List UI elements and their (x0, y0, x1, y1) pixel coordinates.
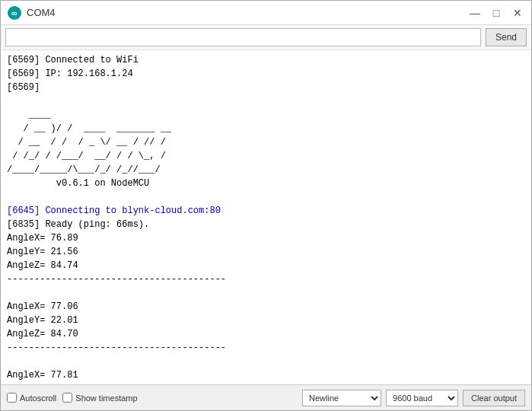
close-button[interactable]: ✕ (510, 5, 525, 21)
serial-input[interactable] (5, 28, 481, 46)
status-bar: Autoscroll Show timestamp No line ending… (1, 384, 531, 410)
app-icon: ∞ (7, 5, 22, 21)
title-bar: ∞ COM4 — □ ✕ (1, 1, 531, 25)
minimize-button[interactable]: — (467, 5, 483, 21)
status-right: No line ending Newline Carriage return B… (302, 390, 525, 406)
timestamp-label[interactable]: Show timestamp (62, 393, 137, 403)
timestamp-checkbox[interactable] (62, 393, 72, 403)
clear-output-button[interactable]: Clear output (463, 390, 525, 406)
send-button[interactable]: Send (486, 28, 527, 46)
maximize-button[interactable]: □ (489, 5, 504, 21)
window-title: COM4 (27, 7, 467, 18)
baud-dropdown[interactable]: 300 baud 1200 baud 2400 baud 4800 baud 9… (386, 390, 458, 406)
window-controls: — □ ✕ (467, 5, 525, 21)
status-left: Autoscroll Show timestamp (7, 393, 296, 403)
autoscroll-checkbox[interactable] (7, 393, 17, 403)
output-area[interactable]: [6569] Connected to WiFi [6569] IP: 192.… (1, 50, 531, 384)
input-toolbar: Send (1, 25, 531, 50)
serial-monitor-window: ∞ COM4 — □ ✕ Send [6569] Connected to Wi… (0, 0, 532, 411)
autoscroll-label[interactable]: Autoscroll (7, 393, 56, 403)
svg-text:∞: ∞ (11, 8, 18, 18)
newline-dropdown[interactable]: No line ending Newline Carriage return B… (302, 390, 381, 406)
